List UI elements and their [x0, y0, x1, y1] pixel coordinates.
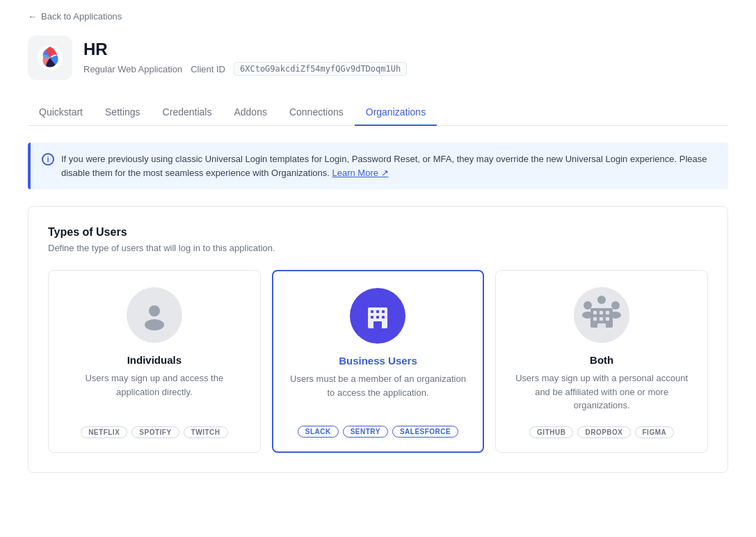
svg-point-24 — [597, 296, 606, 304]
user-type-individuals[interactable]: Individuals Users may sign up and access… — [48, 270, 261, 453]
user-type-both[interactable]: Both Users may sign up with a personal a… — [495, 270, 708, 453]
app-type: Regular Web Application — [83, 64, 182, 74]
tag-slack: SLACK — [298, 426, 339, 438]
business-tags: SLACK SENTRY SALESFORCE — [298, 426, 459, 438]
card-title: Types of Users — [48, 226, 708, 239]
info-icon: i — [42, 153, 54, 166]
business-desc: Users must be a member of an organizatio… — [287, 372, 469, 412]
tag-github: GITHUB — [529, 426, 573, 438]
back-link-text: Back to Applications — [41, 11, 122, 22]
svg-point-2 — [145, 319, 164, 330]
back-arrow-icon: ← — [28, 11, 37, 22]
app-name: HR — [83, 40, 407, 60]
svg-rect-6 — [382, 310, 385, 313]
svg-rect-14 — [600, 311, 603, 314]
svg-rect-8 — [376, 316, 379, 319]
both-icon — [574, 287, 629, 343]
tab-quickstart[interactable]: Quickstart — [28, 99, 94, 126]
individuals-name: Individuals — [127, 354, 182, 366]
learn-more-link[interactable]: Learn More ↗ — [332, 168, 388, 178]
app-info: HR Regular Web Application Client ID 6XC… — [83, 40, 407, 77]
banner-text: If you were previously using classic Uni… — [61, 152, 717, 179]
business-icon — [350, 288, 405, 344]
app-meta: Regular Web Application Client ID 6XCtoG… — [83, 62, 407, 76]
tag-figma: FIGMA — [635, 426, 675, 438]
tag-twitch: TWITCH — [184, 426, 228, 438]
svg-point-20 — [584, 301, 592, 310]
svg-rect-13 — [593, 311, 597, 314]
client-id-value: 6XCtoG9akcdiZf54myfQGv9dTDoqm1Uh — [234, 62, 407, 76]
svg-rect-4 — [371, 310, 373, 313]
both-tags: GITHUB DROPBOX FIGMA — [529, 426, 674, 438]
tag-sentry: SENTRY — [343, 426, 388, 438]
individuals-icon — [127, 287, 182, 343]
svg-rect-16 — [593, 317, 597, 321]
svg-point-1 — [149, 305, 160, 316]
svg-rect-15 — [606, 311, 609, 314]
tab-credentials[interactable]: Credentials — [152, 99, 223, 126]
individuals-desc: Users may sign up and access the applica… — [63, 371, 246, 412]
app-logo-svg — [36, 44, 64, 72]
business-name: Business Users — [339, 355, 417, 367]
card-subtitle: Define the type of users that will log i… — [48, 243, 708, 253]
client-id-label: Client ID — [191, 64, 225, 74]
tab-addons[interactable]: Addons — [223, 99, 278, 126]
individuals-tags: NETFLIX SPOTIFY TWITCH — [81, 426, 227, 438]
svg-rect-17 — [600, 317, 603, 321]
both-name: Both — [590, 354, 613, 366]
svg-rect-5 — [376, 310, 379, 313]
svg-point-21 — [582, 312, 593, 319]
app-header: HR Regular Web Application Client ID 6XC… — [28, 35, 728, 80]
svg-rect-18 — [606, 317, 609, 321]
tag-spotify: SPOTIFY — [131, 426, 179, 438]
tag-salesforce: SALESFORCE — [392, 426, 458, 438]
svg-point-23 — [610, 312, 621, 319]
tag-dropbox: DROPBOX — [577, 426, 630, 438]
svg-point-22 — [611, 301, 620, 310]
tag-netflix: NETFLIX — [81, 426, 127, 438]
tab-settings[interactable]: Settings — [94, 99, 152, 126]
app-logo — [28, 35, 72, 80]
svg-rect-19 — [597, 323, 606, 328]
tab-connections[interactable]: Connections — [278, 99, 355, 126]
tab-bar: Quickstart Settings Credentials Addons C… — [28, 99, 728, 126]
back-link[interactable]: ← Back to Applications — [28, 11, 728, 22]
user-types-grid: Individuals Users may sign up and access… — [48, 270, 708, 453]
info-banner: i If you were previously using classic U… — [28, 143, 728, 189]
svg-rect-10 — [373, 321, 382, 328]
user-type-business[interactable]: Business Users Users must be a member of… — [272, 270, 485, 453]
svg-rect-9 — [382, 316, 385, 319]
svg-rect-7 — [371, 316, 373, 319]
both-desc: Users may sign up with a personal accoun… — [510, 371, 693, 412]
types-of-users-card: Types of Users Define the type of users … — [28, 206, 728, 473]
tab-organizations[interactable]: Organizations — [355, 99, 437, 126]
